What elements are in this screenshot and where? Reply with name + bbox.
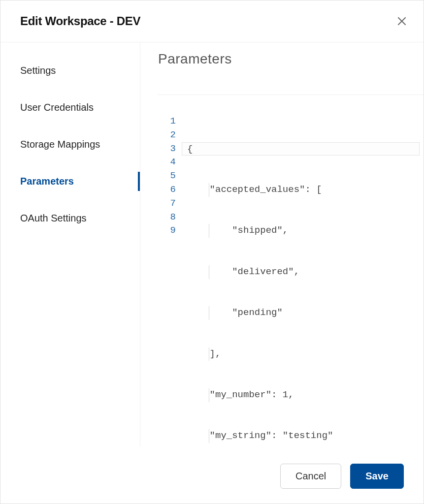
code-line: "my_string": "testing": [182, 429, 424, 443]
cancel-button[interactable]: Cancel: [280, 464, 341, 489]
line-number: 6: [158, 183, 176, 197]
sidebar: Settings User Credentials Storage Mappin…: [0, 42, 140, 447]
close-icon: [397, 16, 407, 26]
line-number: 9: [158, 224, 176, 238]
line-number: 4: [158, 156, 176, 169]
line-number: 7: [158, 197, 176, 211]
sidebar-item-label: Settings: [20, 65, 56, 76]
sidebar-item-user-credentials[interactable]: User Credentials: [0, 89, 140, 126]
line-number: 8: [158, 211, 176, 224]
code-line: "my_number": 1,: [182, 388, 424, 402]
save-button[interactable]: Save: [350, 464, 404, 489]
editor-gutter: 1 2 3 4 5 6 7 8 9: [158, 115, 182, 447]
dialog-footer: Cancel Save: [0, 448, 424, 504]
line-number: 3: [158, 142, 176, 156]
code-editor[interactable]: 1 2 3 4 5 6 7 8 9 { "accepted_values": […: [158, 115, 424, 447]
line-number: 5: [158, 169, 176, 183]
line-number: 1: [158, 115, 176, 128]
dialog-header: Edit Workspace - DEV: [0, 0, 424, 42]
close-button[interactable]: [396, 15, 408, 27]
dialog-title: Edit Workspace - DEV: [20, 14, 140, 28]
sidebar-item-settings[interactable]: Settings: [0, 52, 140, 89]
sidebar-item-label: Parameters: [20, 176, 74, 187]
panel-title: Parameters: [158, 51, 424, 95]
sidebar-item-oauth-settings[interactable]: OAuth Settings: [0, 200, 140, 237]
line-number: 2: [158, 128, 176, 142]
code-line: "shipped",: [182, 224, 424, 238]
code-line: {: [182, 142, 420, 156]
sidebar-item-label: Storage Mappings: [20, 139, 100, 150]
editor-content[interactable]: { "accepted_values": [ "shipped", "deliv…: [182, 115, 424, 447]
sidebar-item-storage-mappings[interactable]: Storage Mappings: [0, 126, 140, 163]
main-panel: Parameters 1 2 3 4 5 6 7 8 9 { "accepted…: [140, 42, 424, 447]
code-line: "pending": [182, 306, 424, 320]
sidebar-item-label: User Credentials: [20, 102, 94, 113]
sidebar-item-label: OAuth Settings: [20, 213, 87, 223]
code-line: ],: [182, 347, 424, 361]
sidebar-item-parameters[interactable]: Parameters: [0, 163, 140, 200]
dialog-body: Settings User Credentials Storage Mappin…: [0, 42, 424, 447]
code-line: "delivered",: [182, 265, 424, 279]
code-line: "accepted_values": [: [182, 183, 424, 197]
